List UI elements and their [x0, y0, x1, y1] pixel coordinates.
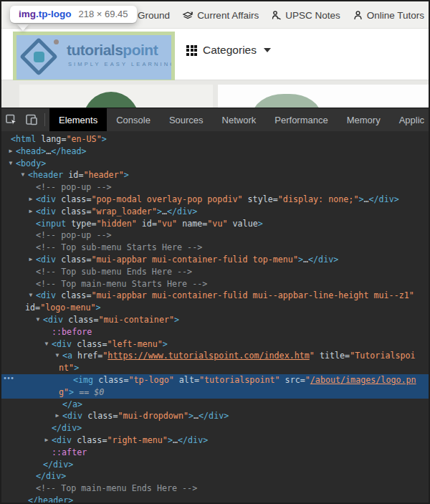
syntax-token: "right-menu" — [107, 435, 167, 445]
page-content-strip — [1, 80, 429, 108]
dom-node-line[interactable]: ▶<div class="pop-modal overlay-pop popdi… — [1, 194, 429, 206]
dom-node-line[interactable]: ▶<div class="right-menu">…</div> — [1, 434, 429, 447]
collapse-arrow-icon[interactable]: ▼ — [27, 290, 34, 302]
tooltip-class-name: .tp-logo — [36, 9, 71, 19]
devtools-tab-applic[interactable]: Applic — [390, 108, 429, 131]
syntax-token: "display: none;" — [278, 194, 359, 204]
dom-node-line[interactable]: </div> — [1, 470, 429, 482]
toolbar-divider — [44, 113, 45, 126]
dom-node-line[interactable]: </div> — [1, 459, 429, 471]
dom-node-line[interactable]: nt"> — [1, 362, 429, 374]
syntax-token: "mui-appbar mui-container-fulid mui--app… — [91, 290, 414, 300]
content-card — [218, 85, 429, 108]
syntax-token: class — [72, 339, 102, 349]
layers-icon — [182, 10, 194, 21]
collapse-arrow-icon[interactable]: ▼ — [7, 158, 14, 170]
expand-arrow-icon[interactable]: ▶ — [54, 410, 61, 422]
chevron-down-icon — [264, 48, 271, 52]
dom-node-line[interactable]: ▼<div class="mui-container"> — [1, 314, 429, 326]
dom-node-line[interactable]: ▼<header id="header"> — [1, 169, 429, 181]
expand-arrow-icon[interactable]: ▶ — [27, 194, 34, 206]
syntax-token: … — [173, 435, 178, 445]
syntax-token: == $0 — [74, 387, 104, 397]
devtools-tab-sources[interactable]: Sources — [160, 108, 213, 131]
dom-node-line[interactable]: ::after — [1, 447, 429, 459]
dom-node-line[interactable]: </div> — [1, 422, 429, 434]
dom-node-line[interactable]: ▼<div class="left-menu"> — [1, 338, 429, 351]
syntax-token: </div> — [52, 423, 82, 433]
dom-node-line[interactable]: </header> — [1, 495, 429, 503]
syntax-token: <!-- pop-up --> — [36, 182, 112, 192]
syntax-token: "vu" — [157, 219, 177, 229]
categories-menu-button[interactable]: Categories — [186, 44, 271, 57]
inspect-element-button[interactable] — [1, 108, 22, 131]
dom-node-line[interactable]: <!-- pop-up --> — [1, 229, 429, 242]
syntax-token: … — [162, 206, 167, 217]
syntax-token: <!-- Top sub-menu Starts Here --> — [36, 242, 202, 252]
dom-node-line[interactable]: ▼<div class="mui-appbar mui-container-fu… — [1, 290, 429, 302]
collapse-arrow-icon[interactable]: ▼ — [54, 350, 61, 362]
expand-arrow-icon[interactable]: ▶ — [43, 434, 50, 447]
devtools-tab-performance[interactable]: Performance — [265, 108, 337, 131]
syntax-token: > — [96, 303, 101, 313]
site-main-header: tutorialspoint SIMPLY EASY LEARNING Cate… — [1, 29, 429, 80]
syntax-token: src — [280, 375, 300, 385]
syntax-token: <!-- pop-up --> — [36, 230, 112, 240]
dom-node-line[interactable]: ::before — [1, 326, 429, 338]
dom-node-line[interactable]: <input type="hidden" id="vu" name="vu" v… — [1, 218, 429, 230]
tooltip-tag-name: img — [19, 9, 36, 19]
dom-tree: <html lang="en-US">▶<head>…</head>▼<body… — [1, 131, 429, 503]
devtools-tab-memory[interactable]: Memory — [338, 108, 390, 131]
dom-node-line[interactable]: id="logo-menu"> — [1, 302, 429, 314]
topnav-item-current-affairs[interactable]: Current Affairs — [182, 10, 259, 21]
inspect-tooltip-dimensions: 218 × 69.45 — [79, 9, 128, 19]
collapse-arrow-icon[interactable]: ▼ — [19, 169, 27, 181]
dom-node-line[interactable]: <!-- Top sub-menu Ends Here --> — [1, 266, 429, 278]
devtools-tab-elements[interactable]: Elements — [49, 108, 107, 131]
dom-node-line[interactable]: <!-- pop-up --> — [1, 181, 429, 194]
syntax-token: "header" — [83, 170, 123, 180]
selected-dom-node[interactable]: •••<img class="tp-logo" alt="tutorialspo… — [1, 374, 429, 386]
devtools-tab-console[interactable]: Console — [107, 108, 160, 131]
syntax-token: name — [177, 219, 202, 229]
expand-arrow-icon[interactable]: ▶ — [7, 146, 14, 158]
syntax-token: " — [305, 375, 310, 385]
expand-arrow-icon[interactable]: ▶ — [27, 254, 34, 266]
syntax-token: <div — [52, 435, 72, 445]
dom-node-line[interactable]: <!-- Top sub-menu Starts Here --> — [1, 242, 429, 254]
syntax-token: </div> — [178, 435, 208, 445]
dom-node-line[interactable]: ▼<a href="https://www.tutorialspoint.com… — [1, 350, 429, 362]
syntax-token: </a> — [62, 399, 82, 409]
syntax-token: <body> — [16, 158, 46, 168]
dom-node-line[interactable]: </a> — [1, 399, 429, 411]
devtools-tab-network[interactable]: Network — [213, 108, 266, 131]
syntax-token: "Tutorialspoi — [350, 351, 415, 361]
syntax-token: class — [93, 375, 123, 385]
syntax-token: "tutorialspoint" — [199, 375, 280, 385]
device-toolbar-button[interactable] — [22, 108, 42, 131]
dom-node-line[interactable]: <html lang="en-US"> — [1, 133, 429, 146]
selected-dom-node[interactable]: g"> == $0 — [1, 386, 429, 399]
syntax-token: lang — [36, 134, 61, 144]
syntax-token: = — [152, 219, 157, 229]
dom-node-line[interactable]: <!-- Top main-menu Starts Here --> — [1, 278, 429, 290]
dom-node-line[interactable]: ▶<div class="mui-appbar mui-container-fu… — [1, 254, 429, 266]
syntax-token: > — [168, 435, 173, 445]
syntax-token: > — [163, 339, 168, 349]
syntax-token: <header — [28, 170, 63, 180]
dom-node-line[interactable]: ▼<body> — [1, 158, 429, 170]
node-options-dots-icon[interactable]: ••• — [3, 373, 14, 385]
dom-node-line[interactable]: <!-- Top main-menu Ends Here --> — [1, 482, 429, 495]
dom-node-line[interactable]: ▶<div class="wrap_loader">…</div> — [1, 206, 429, 218]
topnav-item-online-tutors[interactable]: Online Tutors — [353, 10, 424, 21]
dom-node-line[interactable]: ▶<div class="mui-dropdown">…</div> — [1, 410, 429, 422]
person-desk-icon — [271, 10, 282, 21]
topnav-item-upsc-notes[interactable]: UPSC Notes — [271, 10, 340, 21]
site-logo[interactable]: tutorialspoint SIMPLY EASY LEARNING — [16, 35, 171, 80]
syntax-token: class — [56, 255, 86, 265]
collapse-arrow-icon[interactable]: ▼ — [34, 314, 42, 326]
dom-node-line[interactable]: ▶<head>…</head> — [1, 146, 429, 158]
collapse-arrow-icon[interactable]: ▼ — [43, 338, 50, 351]
expand-arrow-icon[interactable]: ▶ — [27, 206, 34, 218]
syntax-token: <head> — [16, 146, 46, 156]
